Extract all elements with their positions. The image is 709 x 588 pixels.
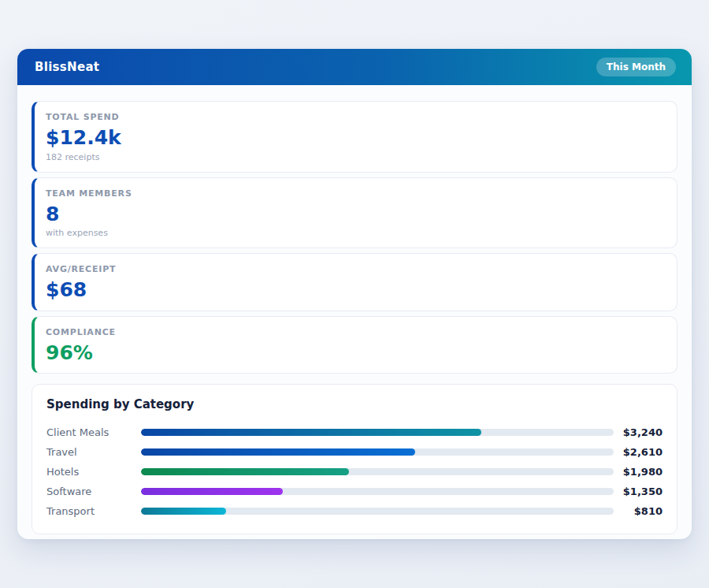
bar-value-label: $1,980 bbox=[614, 466, 663, 478]
stat-subtext: with expenses bbox=[46, 228, 663, 238]
period-badge[interactable]: This Month bbox=[596, 58, 676, 76]
stat-subtext: 182 receipts bbox=[46, 152, 663, 162]
chart-title: Spending by Category bbox=[46, 397, 663, 411]
bar-value-label: $1,350 bbox=[614, 486, 663, 497]
stat-card-avg-receipt: AVG/RECEIPT$68 bbox=[32, 253, 677, 311]
bar-chart: Client Meals$3,240Travel$2,610Hotels$1,9… bbox=[46, 422, 663, 521]
bar-track bbox=[141, 488, 614, 495]
bar-row-travel: Travel$2,610 bbox=[46, 442, 663, 462]
stat-card-total-spend: TOTAL SPEND$12.4k182 receipts bbox=[32, 101, 677, 173]
bar-category-label: Travel bbox=[46, 446, 141, 458]
bar-fill bbox=[141, 468, 349, 475]
stat-label: TEAM MEMBERS bbox=[46, 188, 663, 199]
bar-track bbox=[141, 448, 614, 456]
stat-value: $12.4k bbox=[46, 127, 663, 149]
dashboard-card: BlissNeat This Month TOTAL SPEND$12.4k18… bbox=[17, 49, 692, 539]
bar-fill bbox=[141, 488, 283, 495]
stat-card-compliance: COMPLIANCE96% bbox=[32, 316, 677, 374]
bar-row-software: Software$1,350 bbox=[46, 482, 663, 501]
app-title: BlissNeat bbox=[35, 60, 99, 74]
stat-value: 8 bbox=[46, 203, 663, 225]
bar-value-label: $810 bbox=[614, 505, 663, 517]
stats-list: TOTAL SPEND$12.4k182 receiptsTEAM MEMBER… bbox=[32, 101, 677, 374]
stat-label: TOTAL SPEND bbox=[46, 112, 663, 122]
bar-row-transport: Transport$810 bbox=[46, 501, 663, 521]
bar-value-label: $2,610 bbox=[614, 446, 663, 458]
stat-label: COMPLIANCE bbox=[46, 327, 663, 337]
bar-fill bbox=[141, 448, 415, 456]
stat-label: AVG/RECEIPT bbox=[46, 264, 663, 274]
bar-category-label: Client Meals bbox=[46, 426, 141, 438]
stat-value: 96% bbox=[46, 342, 663, 364]
bar-fill bbox=[141, 508, 226, 515]
bar-track bbox=[141, 468, 614, 475]
bar-value-label: $3,240 bbox=[614, 426, 663, 438]
bar-row-client-meals: Client Meals$3,240 bbox=[46, 422, 663, 442]
bar-category-label: Software bbox=[46, 486, 141, 497]
bar-track bbox=[141, 429, 614, 436]
bar-category-label: Transport bbox=[46, 505, 141, 517]
stat-card-team-members: TEAM MEMBERS8with expenses bbox=[32, 177, 677, 249]
spending-chart-card: Spending by Category Client Meals$3,240T… bbox=[32, 384, 677, 534]
bar-track bbox=[141, 508, 614, 515]
bar-fill bbox=[141, 429, 481, 436]
app-header: BlissNeat This Month bbox=[17, 49, 692, 85]
dashboard-content: TOTAL SPEND$12.4k182 receiptsTEAM MEMBER… bbox=[17, 85, 692, 539]
stat-value: $68 bbox=[46, 279, 663, 301]
bar-category-label: Hotels bbox=[46, 466, 141, 478]
bar-row-hotels: Hotels$1,980 bbox=[46, 462, 663, 482]
